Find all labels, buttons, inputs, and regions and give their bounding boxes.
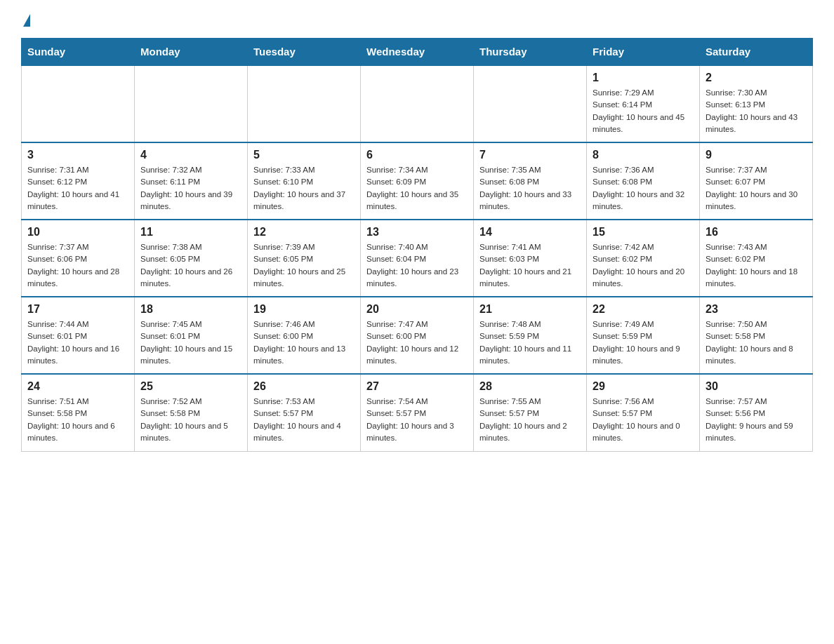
day-number: 30 [706, 380, 807, 393]
calendar-cell: 6Sunrise: 7:34 AMSunset: 6:09 PMDaylight… [361, 142, 474, 220]
day-info: Sunrise: 7:51 AMSunset: 5:58 PMDaylight:… [27, 396, 128, 444]
day-info: Sunrise: 7:31 AMSunset: 6:12 PMDaylight:… [27, 164, 128, 213]
day-info: Sunrise: 7:55 AMSunset: 5:57 PMDaylight:… [479, 396, 581, 444]
calendar-cell: 16Sunrise: 7:43 AMSunset: 6:02 PMDayligh… [700, 220, 813, 297]
day-info: Sunrise: 7:35 AMSunset: 6:08 PMDaylight:… [479, 164, 581, 213]
day-info: Sunrise: 7:47 AMSunset: 6:00 PMDaylight:… [366, 318, 468, 367]
calendar-cell: 29Sunrise: 7:56 AMSunset: 5:57 PMDayligh… [587, 374, 700, 451]
calendar-cell: 5Sunrise: 7:33 AMSunset: 6:10 PMDaylight… [248, 142, 361, 220]
calendar-cell: 14Sunrise: 7:41 AMSunset: 6:03 PMDayligh… [474, 220, 587, 297]
day-number: 4 [140, 149, 241, 161]
day-number: 12 [253, 226, 355, 239]
day-info: Sunrise: 7:43 AMSunset: 6:02 PMDaylight:… [706, 241, 807, 290]
calendar-cell: 23Sunrise: 7:50 AMSunset: 5:58 PMDayligh… [700, 297, 813, 374]
calendar-table: SundayMondayTuesdayWednesdayThursdayFrid… [21, 38, 813, 452]
logo [21, 14, 30, 24]
day-info: Sunrise: 7:40 AMSunset: 6:04 PMDaylight:… [366, 241, 468, 290]
weekday-header-monday: Monday [135, 39, 248, 66]
calendar-cell: 4Sunrise: 7:32 AMSunset: 6:11 PMDaylight… [135, 142, 248, 220]
calendar-cell: 10Sunrise: 7:37 AMSunset: 6:06 PMDayligh… [22, 220, 135, 297]
calendar-cell: 19Sunrise: 7:46 AMSunset: 6:00 PMDayligh… [248, 297, 361, 374]
calendar-cell: 2Sunrise: 7:30 AMSunset: 6:13 PMDaylight… [700, 65, 813, 142]
day-number: 24 [27, 380, 128, 393]
day-number: 9 [706, 149, 807, 161]
day-info: Sunrise: 7:48 AMSunset: 5:59 PMDaylight:… [479, 318, 581, 367]
calendar-week-row: 3Sunrise: 7:31 AMSunset: 6:12 PMDaylight… [22, 142, 813, 220]
weekday-header-friday: Friday [587, 39, 700, 66]
day-number: 13 [366, 226, 468, 239]
calendar-cell: 24Sunrise: 7:51 AMSunset: 5:58 PMDayligh… [22, 374, 135, 451]
calendar-week-row: 24Sunrise: 7:51 AMSunset: 5:58 PMDayligh… [22, 374, 813, 451]
weekday-header-sunday: Sunday [22, 39, 135, 66]
calendar-cell: 17Sunrise: 7:44 AMSunset: 6:01 PMDayligh… [22, 297, 135, 374]
day-info: Sunrise: 7:54 AMSunset: 5:57 PMDaylight:… [366, 396, 468, 444]
day-number: 29 [593, 380, 694, 393]
calendar-cell: 25Sunrise: 7:52 AMSunset: 5:58 PMDayligh… [135, 374, 248, 451]
day-number: 20 [366, 303, 468, 316]
calendar-cell: 27Sunrise: 7:54 AMSunset: 5:57 PMDayligh… [361, 374, 474, 451]
calendar-cell: 3Sunrise: 7:31 AMSunset: 6:12 PMDaylight… [22, 142, 135, 220]
calendar-cell: 8Sunrise: 7:36 AMSunset: 6:08 PMDaylight… [587, 142, 700, 220]
calendar-cell [135, 65, 248, 142]
day-number: 28 [479, 380, 581, 393]
calendar-cell: 12Sunrise: 7:39 AMSunset: 6:05 PMDayligh… [248, 220, 361, 297]
calendar-cell: 20Sunrise: 7:47 AMSunset: 6:00 PMDayligh… [361, 297, 474, 374]
day-number: 3 [27, 149, 128, 161]
calendar-cell: 9Sunrise: 7:37 AMSunset: 6:07 PMDaylight… [700, 142, 813, 220]
calendar-cell: 30Sunrise: 7:57 AMSunset: 5:56 PMDayligh… [700, 374, 813, 451]
calendar-cell: 15Sunrise: 7:42 AMSunset: 6:02 PMDayligh… [587, 220, 700, 297]
weekday-header-row: SundayMondayTuesdayWednesdayThursdayFrid… [22, 39, 813, 66]
page-header [21, 14, 813, 24]
day-info: Sunrise: 7:56 AMSunset: 5:57 PMDaylight:… [593, 396, 694, 444]
calendar-cell [248, 65, 361, 142]
day-number: 22 [593, 303, 694, 316]
day-number: 8 [593, 149, 694, 161]
day-number: 5 [253, 149, 355, 161]
day-info: Sunrise: 7:42 AMSunset: 6:02 PMDaylight:… [593, 241, 694, 290]
day-info: Sunrise: 7:38 AMSunset: 6:05 PMDaylight:… [140, 241, 241, 290]
calendar-cell: 26Sunrise: 7:53 AMSunset: 5:57 PMDayligh… [248, 374, 361, 451]
day-info: Sunrise: 7:34 AMSunset: 6:09 PMDaylight:… [366, 164, 468, 213]
calendar-week-row: 1Sunrise: 7:29 AMSunset: 6:14 PMDaylight… [22, 65, 813, 142]
weekday-header-tuesday: Tuesday [248, 39, 361, 66]
weekday-header-saturday: Saturday [700, 39, 813, 66]
day-number: 18 [140, 303, 241, 316]
calendar-cell: 1Sunrise: 7:29 AMSunset: 6:14 PMDaylight… [587, 65, 700, 142]
logo-triangle-icon [23, 14, 30, 27]
day-number: 1 [593, 72, 694, 84]
day-info: Sunrise: 7:41 AMSunset: 6:03 PMDaylight:… [479, 241, 581, 290]
day-info: Sunrise: 7:49 AMSunset: 5:59 PMDaylight:… [593, 318, 694, 367]
day-info: Sunrise: 7:37 AMSunset: 6:07 PMDaylight:… [706, 164, 807, 213]
day-number: 10 [27, 226, 128, 239]
day-info: Sunrise: 7:52 AMSunset: 5:58 PMDaylight:… [140, 396, 241, 444]
calendar-cell: 13Sunrise: 7:40 AMSunset: 6:04 PMDayligh… [361, 220, 474, 297]
day-number: 2 [706, 72, 807, 84]
weekday-header-wednesday: Wednesday [361, 39, 474, 66]
day-info: Sunrise: 7:57 AMSunset: 5:56 PMDaylight:… [706, 396, 807, 444]
day-info: Sunrise: 7:39 AMSunset: 6:05 PMDaylight:… [253, 241, 355, 290]
calendar-week-row: 10Sunrise: 7:37 AMSunset: 6:06 PMDayligh… [22, 220, 813, 297]
calendar-cell: 11Sunrise: 7:38 AMSunset: 6:05 PMDayligh… [135, 220, 248, 297]
calendar-cell: 22Sunrise: 7:49 AMSunset: 5:59 PMDayligh… [587, 297, 700, 374]
calendar-week-row: 17Sunrise: 7:44 AMSunset: 6:01 PMDayligh… [22, 297, 813, 374]
calendar-cell: 21Sunrise: 7:48 AMSunset: 5:59 PMDayligh… [474, 297, 587, 374]
day-number: 7 [479, 149, 581, 161]
day-number: 15 [593, 226, 694, 239]
day-number: 21 [479, 303, 581, 316]
day-info: Sunrise: 7:45 AMSunset: 6:01 PMDaylight:… [140, 318, 241, 367]
day-info: Sunrise: 7:46 AMSunset: 6:00 PMDaylight:… [253, 318, 355, 367]
calendar-cell: 7Sunrise: 7:35 AMSunset: 6:08 PMDaylight… [474, 142, 587, 220]
weekday-header-thursday: Thursday [474, 39, 587, 66]
day-info: Sunrise: 7:50 AMSunset: 5:58 PMDaylight:… [706, 318, 807, 367]
day-number: 16 [706, 226, 807, 239]
day-number: 6 [366, 149, 468, 161]
day-number: 19 [253, 303, 355, 316]
day-number: 26 [253, 380, 355, 393]
day-number: 27 [366, 380, 468, 393]
day-info: Sunrise: 7:44 AMSunset: 6:01 PMDaylight:… [27, 318, 128, 367]
day-info: Sunrise: 7:37 AMSunset: 6:06 PMDaylight:… [27, 241, 128, 290]
calendar-cell: 28Sunrise: 7:55 AMSunset: 5:57 PMDayligh… [474, 374, 587, 451]
calendar-cell: 18Sunrise: 7:45 AMSunset: 6:01 PMDayligh… [135, 297, 248, 374]
day-info: Sunrise: 7:29 AMSunset: 6:14 PMDaylight:… [593, 87, 694, 135]
calendar-cell [361, 65, 474, 142]
